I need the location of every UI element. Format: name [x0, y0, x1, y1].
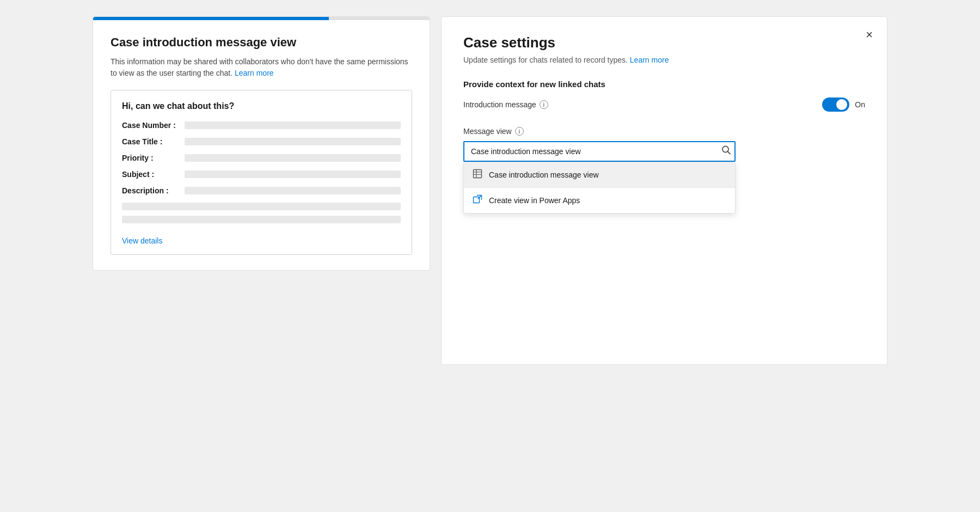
field-label-case-title: Case Title : [122, 137, 185, 146]
field-row-description: Description : [122, 186, 401, 195]
view-details-link[interactable]: View details [122, 236, 162, 245]
field-bar-priority [185, 154, 401, 162]
right-panel: × Case settings Update settings for chat… [441, 16, 887, 365]
intro-message-info-icon: i [540, 100, 548, 109]
dropdown-item-create-view-text: Create view in Power Apps [489, 196, 580, 205]
field-bar-description [185, 187, 401, 194]
dropdown-item-case-intro-text: Case introduction message view [489, 170, 599, 179]
field-label-case-number: Case Number : [122, 121, 185, 130]
table-icon [473, 169, 482, 181]
field-row-subject: Subject : [122, 170, 401, 179]
extra-bar-1 [122, 203, 401, 210]
extra-bar-2 [122, 216, 401, 223]
toggle-thumb [836, 99, 847, 110]
panel-subtitle: Update settings for chats related to rec… [463, 56, 865, 64]
field-row-case-number: Case Number : [122, 121, 401, 130]
intro-message-toggle[interactable] [822, 97, 849, 112]
intro-message-row: Introduction message i On [463, 97, 865, 112]
toggle-on-label: On [855, 100, 865, 109]
field-label-priority: Priority : [122, 154, 185, 162]
dropdown-item-create-view[interactable]: Create view in Power Apps [464, 188, 735, 213]
message-view-dropdown: Case introduction message view Create vi… [463, 162, 736, 214]
field-label-subject: Subject : [122, 170, 185, 179]
toggle-track [822, 97, 849, 112]
field-bar-subject [185, 170, 401, 178]
left-panel: Case introduction message view This info… [93, 16, 430, 271]
card-greeting: Hi, can we chat about this? [122, 101, 401, 111]
message-view-search-wrapper [463, 141, 736, 162]
preview-title: Case introduction message view [111, 35, 412, 50]
field-bar-case-number [185, 121, 401, 129]
message-view-label: Message view i [463, 127, 865, 136]
section-title: Provide context for new linked chats [463, 80, 865, 89]
toggle-row: On [822, 97, 865, 112]
svg-line-1 [728, 151, 731, 154]
svg-rect-6 [474, 197, 480, 203]
preview-learn-more-link[interactable]: Learn more [235, 69, 274, 77]
intro-message-label: Introduction message i [463, 100, 548, 109]
left-panel-content: Case introduction message view This info… [93, 20, 430, 270]
field-bar-case-title [185, 138, 401, 145]
close-button[interactable]: × [863, 27, 875, 43]
settings-learn-more-link[interactable]: Learn more [630, 56, 669, 64]
preview-description: This information may be shared with coll… [111, 56, 412, 79]
external-link-icon [473, 194, 482, 206]
message-view-search-input[interactable] [463, 141, 736, 162]
message-view-info-icon: i [515, 127, 524, 136]
search-icon-button[interactable] [721, 145, 731, 158]
field-row-priority: Priority : [122, 154, 401, 162]
field-label-description: Description : [122, 186, 185, 195]
field-row-case-title: Case Title : [122, 137, 401, 146]
page-wrapper: Case introduction message view This info… [0, 0, 980, 512]
preview-card: Hi, can we chat about this? Case Number … [111, 90, 412, 255]
dropdown-item-case-intro[interactable]: Case introduction message view [464, 162, 735, 187]
extra-bars [122, 203, 401, 223]
panel-title: Case settings [463, 34, 865, 51]
svg-rect-2 [474, 170, 482, 178]
